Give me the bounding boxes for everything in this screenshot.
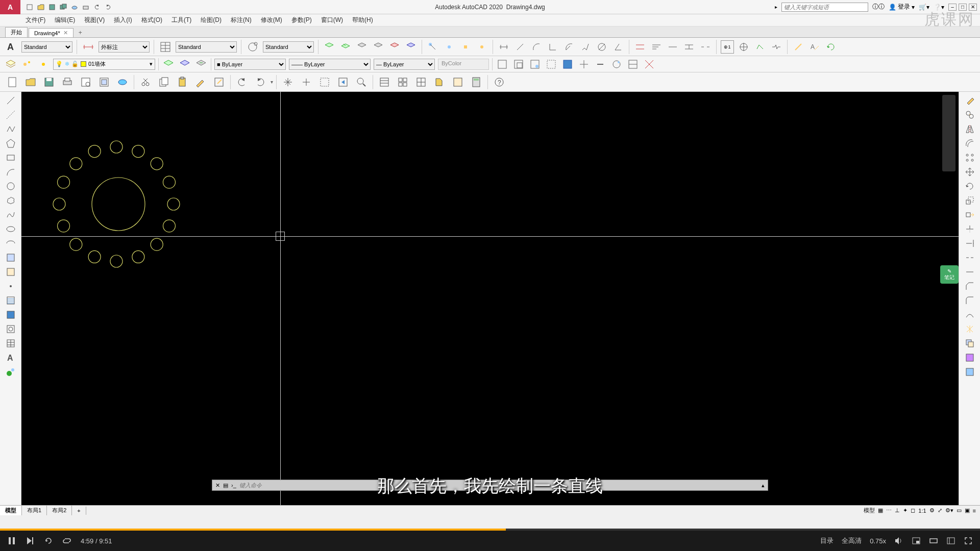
insert-block-icon[interactable] [4, 251, 17, 264]
menu-edit[interactable]: 编辑(E) [55, 16, 75, 24]
dim-diameter-icon[interactable] [595, 40, 608, 54]
line-tool-icon[interactable] [4, 94, 17, 107]
cmd-history-icon[interactable]: ▤ [223, 482, 228, 489]
rotate-tool-icon[interactable] [963, 180, 976, 193]
doctab-add-button[interactable]: + [75, 28, 86, 37]
zoom-icon[interactable] [298, 74, 314, 90]
layout1-tab[interactable]: 布局1 [22, 506, 47, 515]
block-wblock-icon[interactable] [561, 58, 574, 71]
osnap-node-icon[interactable] [475, 40, 488, 54]
menu-parametric[interactable]: 参数(P) [291, 16, 312, 24]
status-annoscale-icon[interactable]: ⤢ [938, 507, 942, 514]
doctab-start[interactable]: 开始 [5, 27, 28, 37]
toolpalettes-icon[interactable] [413, 74, 429, 90]
menu-window[interactable]: 窗口(W) [321, 16, 343, 24]
setvar-icon[interactable] [963, 365, 976, 379]
catalog-button[interactable]: 目录 [820, 536, 834, 545]
dimspace-icon[interactable] [682, 40, 696, 54]
doctab-current[interactable]: Drawing4*✕ [29, 28, 74, 37]
inspect-icon[interactable] [753, 40, 767, 54]
status-osnap-icon[interactable]: ◻ [911, 507, 915, 514]
dim-style-select[interactable]: 外标注 [99, 41, 150, 53]
blend-tool-icon[interactable] [963, 308, 976, 321]
array-tool-icon[interactable] [963, 151, 976, 164]
trim-tool-icon[interactable] [963, 222, 976, 236]
text-style-icon[interactable]: A [4, 40, 18, 54]
menu-format[interactable]: 格式(O) [141, 16, 162, 24]
status-workspace-icon[interactable]: ⚙▾ [945, 507, 953, 514]
qat-redo-icon[interactable] [103, 2, 113, 12]
paste-icon[interactable] [174, 74, 190, 90]
layer-match2-icon[interactable] [178, 58, 191, 71]
dim-linear-icon[interactable] [497, 40, 510, 54]
cmd-close-icon[interactable]: ✕ [215, 482, 220, 489]
status-scale[interactable]: 1:1 [918, 508, 926, 514]
addselected-icon[interactable] [4, 365, 17, 379]
search-input[interactable] [781, 3, 868, 12]
matchprop-icon[interactable] [192, 74, 209, 90]
loop-button[interactable] [62, 536, 71, 545]
status-custom-icon[interactable]: ≡ [973, 508, 976, 514]
zoom-prev-icon[interactable] [335, 74, 351, 90]
spline-tool-icon[interactable] [4, 208, 17, 221]
layer-select[interactable]: 💡❄🔓 01墙体 ▾ [53, 59, 155, 70]
mleader-style-select[interactable]: Standard [263, 41, 314, 53]
qat-saveas-icon[interactable] [58, 2, 68, 12]
print-icon[interactable] [59, 74, 76, 90]
status-gear-icon[interactable]: ⚙ [929, 507, 935, 514]
fillet-tool-icon[interactable] [963, 294, 976, 307]
mtext-tool-icon[interactable]: A [4, 351, 17, 364]
status-clean-icon[interactable]: ▣ [965, 507, 970, 514]
designcenter-icon[interactable] [395, 74, 411, 90]
markup-icon[interactable] [450, 74, 466, 90]
menu-view[interactable]: 视图(V) [84, 16, 105, 24]
dimedit-icon[interactable] [792, 40, 805, 54]
qat-new-icon[interactable] [24, 2, 35, 12]
break-tool-icon[interactable] [963, 251, 976, 264]
menu-dimension[interactable]: 标注(N) [231, 16, 252, 24]
layer-state-icon[interactable] [323, 40, 336, 54]
layer-filter-icon[interactable] [20, 58, 34, 71]
dim-aligned-icon[interactable] [513, 40, 527, 54]
layout2-tab[interactable]: 布局2 [47, 506, 72, 515]
osnap-endpoint-icon[interactable] [426, 40, 439, 54]
table-tool-icon[interactable] [4, 337, 17, 350]
layer-iso-icon[interactable] [37, 58, 50, 71]
volume-icon[interactable] [894, 536, 903, 545]
make-current-icon[interactable] [162, 58, 175, 71]
hatch-tool-icon[interactable] [4, 294, 17, 307]
block-attr-icon[interactable] [545, 58, 558, 71]
dimbreak-icon[interactable] [699, 40, 712, 54]
menu-modify[interactable]: 修改(M) [261, 16, 282, 24]
account-icon[interactable]: 👤 登录 ▾ [889, 3, 915, 11]
block-insert-icon[interactable] [496, 58, 509, 71]
model-tab[interactable]: 模型 [0, 506, 22, 515]
speed-button[interactable]: 0.75x [870, 537, 886, 545]
baseline-icon[interactable] [650, 40, 663, 54]
pip-icon[interactable] [912, 536, 921, 545]
dimupdate-icon[interactable] [824, 40, 838, 54]
revcloud-tool-icon[interactable] [4, 194, 17, 207]
copy-icon[interactable] [156, 74, 172, 90]
drawing-canvas[interactable]: ✎笔记 那么首先，我先绘制一条直线 ✕ ▤ ›_ ▴ [21, 92, 959, 505]
continue-icon[interactable] [666, 40, 679, 54]
centermark-icon[interactable] [737, 40, 750, 54]
tolerance-icon[interactable]: ⊕1 [721, 40, 734, 54]
dim-style-icon[interactable] [81, 40, 95, 54]
save-icon[interactable] [41, 74, 57, 90]
point-tool-icon[interactable] [4, 280, 17, 293]
settings-icon[interactable] [946, 536, 955, 545]
properties-icon[interactable] [376, 74, 393, 90]
dim-ordinate-icon[interactable] [546, 40, 559, 54]
color-select[interactable]: ■ ByLayer [214, 59, 286, 70]
status-snap-icon[interactable]: ⋯ [886, 507, 892, 514]
gradient-tool-icon[interactable] [4, 308, 17, 321]
layer-prev-icon[interactable] [404, 40, 418, 54]
menu-file[interactable]: 文件(F) [26, 16, 45, 24]
jogline-icon[interactable] [770, 40, 783, 54]
block-minus-icon[interactable] [594, 58, 607, 71]
polyline-tool-icon[interactable] [4, 122, 17, 136]
sheetset-icon[interactable] [431, 74, 448, 90]
layer-lock-icon[interactable] [372, 40, 385, 54]
quality-button[interactable]: 全高清 [842, 536, 862, 545]
